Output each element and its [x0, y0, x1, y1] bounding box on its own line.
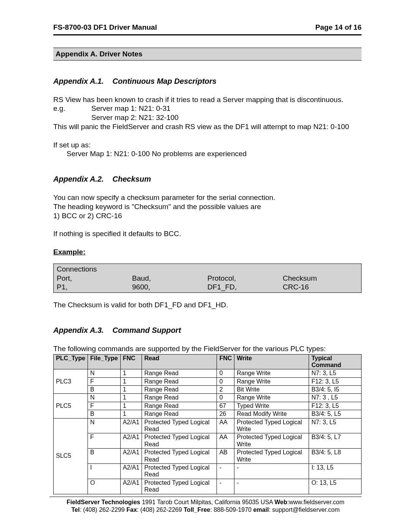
cell-fnc-1: A2/A1 — [120, 479, 142, 494]
col-fnc-read: FNC — [120, 354, 142, 369]
table-header-row: PLC_Type File_Type FNC Read FNC Write Ty… — [54, 354, 362, 369]
header-page-number: Page 14 of 16 — [315, 23, 362, 32]
cell-plc-type — [54, 433, 88, 449]
table-row: SLC5BA2/A1Protected Typed Logical ReadAB… — [54, 449, 362, 464]
appendix-a1-heading: Appendix A.1. Continuous Map Descriptors — [53, 77, 362, 86]
cell-file-type: B — [88, 449, 121, 464]
appendix-title: Continuous Map Descriptors — [113, 77, 217, 85]
cell-fnc-1: 1 — [120, 402, 142, 410]
footer-web-label: Web — [274, 499, 287, 505]
footer-fax-label: Fax — [126, 506, 137, 513]
cell-fnc-1: 1 — [120, 377, 142, 385]
cell-read: Protected Typed Logical Read — [142, 449, 217, 464]
example-row: Server map 2: N21: 32-100 — [53, 113, 362, 122]
cell-typical: N7: 3, L5 — [309, 418, 362, 433]
cell-fnc-2: AA — [217, 418, 234, 433]
cell-read: Range Read — [142, 410, 217, 418]
appendix-a3-heading: Appendix A.3. Command Support — [53, 326, 362, 335]
cell-plc-type — [54, 410, 88, 418]
cell-fnc-2: - — [217, 463, 234, 479]
cell-write: Typed Write — [234, 402, 309, 410]
cell-file-type: N — [88, 394, 121, 402]
cell-typical: I: 13, L5 — [309, 463, 362, 479]
col-write: Write — [234, 354, 309, 369]
cell-read: Protected Typed Logical Read — [142, 479, 217, 494]
table-row: PLC3F1Range Read0Range WriteF12: 3, L5 — [54, 377, 362, 385]
cell-file-type: B — [88, 386, 121, 394]
cell-fnc-2: 0 — [217, 377, 234, 385]
cell-file-type: N — [88, 369, 121, 377]
cell-fnc-1: A2/A1 — [120, 463, 142, 479]
body-text: RS View has been known to crash if it tr… — [53, 95, 362, 104]
body-text: This will panic the FieldServer and cras… — [53, 122, 362, 131]
cell-write: Range Write — [234, 377, 309, 385]
cell-read: Range Read — [142, 386, 217, 394]
table-row: PLC5F1Range Read67Typed WriteF12: 3, L5 — [54, 402, 362, 410]
cell-write: - — [234, 463, 309, 479]
footer-fax: : (408) 262-2269 — [137, 506, 184, 513]
eg-label: e.g. — [53, 104, 91, 113]
cell-read: Protected Typed Logical Read — [142, 433, 217, 449]
cell-file-type: O — [88, 479, 121, 494]
cell-fnc-2: AB — [217, 449, 234, 464]
cell-plc-type — [54, 463, 88, 479]
cell-plc-type — [54, 394, 88, 402]
cell-plc-type: PLC3 — [54, 377, 88, 385]
footer-email: : support@fieldserver.com — [269, 506, 339, 513]
cell-fnc-2: 26 — [217, 410, 234, 418]
cell-fnc-1: 1 — [120, 369, 142, 377]
appendix-title: Checksum — [113, 175, 151, 183]
header-rule — [53, 34, 362, 35]
table-row: FA2/A1Protected Typed Logical ReadAAProt… — [54, 433, 362, 449]
cell-write: Read Modify Write — [234, 410, 309, 418]
table-row: NA2/A1Protected Typed Logical ReadAAProt… — [54, 418, 362, 433]
cell-fnc-2: - — [217, 479, 234, 494]
body-text: 1) BCC or 2) CRC-16 — [53, 211, 362, 220]
header-title: FS-8700-03 DF1 Driver Manual — [53, 23, 157, 32]
cell-write: Protected Typed Logical Write — [234, 418, 309, 433]
cell-read: Range Read — [142, 394, 217, 402]
cell-read: Range Read — [142, 377, 217, 385]
footer-tollfree: : 888-509-1970 — [210, 506, 253, 513]
footer-email-label: email — [253, 506, 269, 513]
appendix-title: Command Support — [113, 326, 181, 334]
cell-typical: B3/4: 5, L8 — [309, 449, 362, 464]
cell-typical: B3/4: 5, L5 — [309, 410, 362, 418]
connections-table: Connections Port, Baud, Protocol, Checks… — [53, 264, 362, 293]
table-row: B1Range Read2Bit WriteB3/4: 5, I5 — [54, 386, 362, 394]
col-checksum: Checksum — [283, 274, 358, 283]
cell-file-type: F — [88, 402, 121, 410]
cell-fnc-2: 67 — [217, 402, 234, 410]
eg-value: Server map 1: N21: 0-31 — [91, 104, 170, 113]
example-label: Example: — [53, 248, 362, 257]
cell-write: Protected Typed Logical Write — [234, 449, 309, 464]
cell-write: - — [234, 479, 309, 494]
appendix-number: Appendix A.3. — [53, 326, 110, 335]
cell-write: Range Write — [234, 369, 309, 377]
table-row: B1Range Read26Read Modify WriteB3/4: 5, … — [54, 410, 362, 418]
cell-fnc-1: A2/A1 — [120, 449, 142, 464]
table-row: N1Range Read0Range WriteN7: 3, L5 — [54, 369, 362, 377]
page-footer: FieldServer Technologies 1991 Tarob Cour… — [49, 497, 362, 514]
example-row: e.g. Server map 1: N21: 0-31 — [53, 104, 362, 113]
cell-fnc-1: 1 — [120, 394, 142, 402]
col-fnc-write: FNC — [217, 354, 234, 369]
cell-read: Range Read — [142, 402, 217, 410]
body-text: The Checksum is valid for both DF1_FD an… — [53, 300, 362, 310]
col-plc-type: PLC_Type — [54, 354, 88, 369]
appendix-number: Appendix A.1. — [53, 77, 110, 86]
cell-typical: B3/4: 5, I5 — [309, 386, 362, 394]
appendix-number: Appendix A.2. — [53, 174, 110, 184]
col-port: Port, — [57, 274, 132, 283]
cell-write: Protected Typed Logical Write — [234, 433, 309, 449]
table-row: OA2/A1Protected Typed Logical Read--O: 1… — [54, 479, 362, 494]
page-header: FS-8700-03 DF1 Driver Manual Page 14 of … — [53, 23, 362, 32]
body-text: The following commands are supported by … — [53, 344, 362, 353]
table-row: IA2/A1Protected Typed Logical Read--I: 1… — [54, 463, 362, 479]
col-read: Read — [142, 354, 217, 369]
body-text: If nothing is specified it defaults to B… — [53, 229, 362, 238]
cell-plc-type — [54, 369, 88, 377]
cell-plc-type — [54, 386, 88, 394]
cell-write: Bit Write — [234, 386, 309, 394]
cell-read: Range Read — [142, 369, 217, 377]
